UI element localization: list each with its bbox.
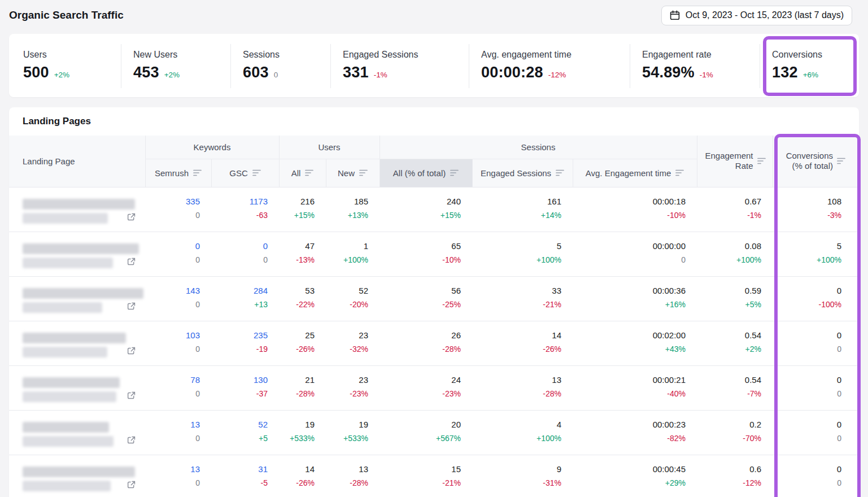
col-header-users-all[interactable]: All — [279, 159, 326, 187]
cell-users-all: 14-26% — [279, 455, 326, 497]
cell-change: -5 — [211, 478, 268, 488]
blurred-landing-page-url — [23, 333, 126, 343]
col-header-conversions[interactable]: Conversions (% of total) — [773, 136, 859, 187]
col-header-semrush[interactable]: Semrush — [145, 159, 211, 187]
kpi-new-users: New Users453+2% — [121, 34, 230, 97]
col-group-sessions: Sessions — [380, 136, 697, 159]
cell-value: 0.54 — [697, 374, 761, 385]
kpi-label: Avg. engagement time — [481, 50, 626, 60]
sort-icon[interactable] — [305, 169, 313, 176]
sort-icon[interactable] — [193, 169, 202, 176]
keyword-count-link[interactable]: 130 — [211, 374, 268, 385]
col-header-engagement-rate[interactable]: Engagement Rate — [697, 136, 773, 187]
landing-page-cell[interactable] — [9, 410, 145, 455]
keyword-count-link[interactable]: 52 — [211, 419, 268, 430]
col-header-label: New — [338, 168, 355, 178]
cell-value: 00:00:00 — [573, 241, 686, 251]
cell-change: +13% — [326, 210, 368, 220]
cell-value: 26 — [380, 330, 461, 341]
cell-engagement-rate: 0.59+5% — [697, 276, 773, 321]
kpi-avg-engagement-time: Avg. engagement time00:00:28-12% — [469, 34, 630, 97]
keyword-count-link[interactable]: 143 — [145, 285, 200, 296]
external-link-icon[interactable] — [127, 257, 137, 267]
cell-value: 19 — [279, 419, 315, 430]
external-link-icon[interactable] — [127, 435, 137, 446]
keyword-count-link[interactable]: 103 — [145, 330, 200, 341]
cell-change: -40% — [573, 389, 686, 399]
sort-icon[interactable] — [675, 169, 684, 176]
cell-conversions: 00 — [773, 321, 859, 365]
cell-value: 14 — [472, 330, 561, 341]
landing-page-cell[interactable] — [9, 187, 145, 232]
cell-change: -20% — [326, 299, 368, 309]
kpi-label: Users — [23, 50, 117, 60]
external-link-icon[interactable] — [127, 480, 137, 490]
sort-icon[interactable] — [556, 169, 564, 176]
landing-page-cell[interactable] — [9, 232, 145, 276]
cell-value: 108 — [773, 196, 841, 207]
cell-gsc: 284+13 — [211, 276, 279, 321]
sort-icon[interactable] — [359, 169, 368, 176]
cell-users-new: 23-23% — [326, 365, 380, 410]
external-link-icon[interactable] — [127, 212, 137, 223]
keyword-count-link[interactable]: 0 — [211, 241, 268, 251]
sort-icon[interactable] — [757, 158, 766, 164]
cell-change: -19 — [211, 344, 268, 354]
cell-change: 0 — [145, 210, 200, 220]
cell-gsc: 00 — [211, 232, 279, 276]
organic-search-traffic-page: Organic Search Traffic Oct 9, 2023 - Oct… — [0, 0, 868, 497]
date-range-picker[interactable]: Oct 9, 2023 - Oct 15, 2023 (last 7 days) — [661, 6, 852, 25]
landing-page-cell[interactable] — [9, 455, 145, 497]
keyword-count-link[interactable]: 335 — [145, 196, 200, 207]
cell-change: 0 — [573, 255, 686, 265]
keyword-count-link[interactable]: 13 — [145, 419, 200, 430]
keyword-count-link[interactable]: 13 — [145, 464, 200, 474]
keyword-count-link[interactable]: 284 — [211, 285, 268, 296]
landing-page-cell[interactable] — [9, 365, 145, 410]
sort-icon[interactable] — [450, 169, 459, 176]
kpi-strip: Users500+2%New Users453+2%Sessions6030En… — [9, 34, 859, 97]
col-header-avg-engagement-time[interactable]: Avg. Engagement time — [573, 159, 697, 187]
cell-value: 0.08 — [697, 241, 761, 251]
cell-value: 13 — [326, 464, 368, 474]
cell-change: -25% — [380, 299, 461, 309]
cell-change: -70% — [697, 433, 761, 443]
col-header-engaged-sessions[interactable]: Engaged Sessions — [472, 159, 573, 187]
cell-sessions-all: 56-25% — [380, 276, 472, 321]
cell-value: 0.54 — [697, 330, 761, 341]
cell-value: 00:00:36 — [573, 285, 686, 296]
cell-value: 23 — [326, 374, 368, 385]
keyword-count-link[interactable]: 235 — [211, 330, 268, 341]
keyword-count-link[interactable]: 78 — [145, 374, 200, 385]
cell-change: 0 — [145, 255, 200, 265]
keyword-count-link[interactable]: 1173 — [211, 196, 268, 207]
blurred-landing-page-url — [23, 391, 116, 402]
cell-change: -28% — [472, 389, 561, 399]
sort-icon[interactable] — [252, 169, 261, 176]
cell-value: 0.6 — [697, 464, 761, 474]
cell-value: 47 — [279, 241, 315, 251]
landing-page-cell[interactable] — [9, 321, 145, 365]
cell-users-new: 185+13% — [326, 187, 380, 232]
cell-change: +533% — [326, 433, 368, 443]
landing-page-cell[interactable] — [9, 276, 145, 321]
kpi-label: Engagement rate — [642, 50, 756, 60]
external-link-icon[interactable] — [127, 346, 137, 356]
keyword-count-link[interactable]: 31 — [211, 464, 268, 474]
cell-change: -12% — [697, 478, 761, 488]
col-header-gsc[interactable]: GSC — [211, 159, 279, 187]
external-link-icon[interactable] — [127, 302, 137, 312]
keyword-count-link[interactable]: 0 — [145, 241, 200, 251]
col-header-sessions-all[interactable]: All (% of total) — [380, 159, 472, 187]
cell-change: 0 — [773, 344, 841, 354]
sort-icon[interactable] — [837, 158, 845, 164]
cell-engagement-rate: 0.08+100% — [697, 232, 773, 276]
kpi-change: +2% — [164, 71, 180, 79]
cell-value: 00:02:00 — [573, 330, 686, 341]
cell-change: -7% — [697, 389, 761, 399]
cell-value: 00:00:18 — [573, 196, 686, 207]
cell-change: +15% — [380, 210, 461, 220]
external-link-icon[interactable] — [127, 391, 137, 401]
col-header-users-new[interactable]: New — [326, 159, 380, 187]
kpi-change: 0 — [274, 71, 278, 79]
